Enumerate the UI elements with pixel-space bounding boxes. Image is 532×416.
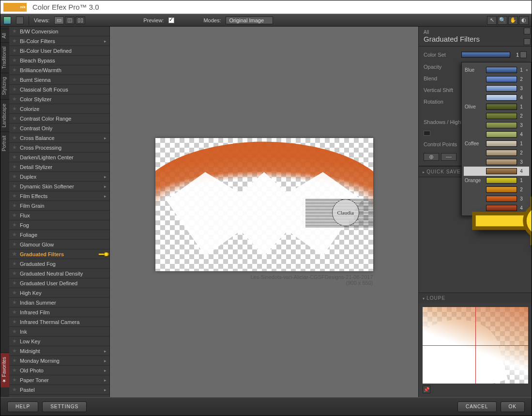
star-icon[interactable]: ★ [12, 290, 17, 296]
star-icon[interactable]: ★ [12, 357, 17, 364]
view-split-button[interactable]: ◫ [65, 16, 75, 24]
filter-item[interactable]: ★B/W Conversion [9, 27, 109, 36]
filter-icon[interactable] [16, 16, 24, 24]
star-icon[interactable]: ★ [12, 47, 17, 54]
colorset-option[interactable]: 4 [464, 93, 529, 102]
filter-item[interactable]: ★Darken/Lighten Center [9, 153, 109, 162]
filter-item[interactable]: ★Detail Stylizer [9, 162, 109, 172]
colorset-option[interactable]: Orange1 [464, 176, 529, 185]
filter-item[interactable]: ★Flux [9, 211, 109, 220]
star-icon[interactable]: ★ [12, 86, 17, 92]
browser-icon[interactable] [3, 16, 11, 24]
star-icon[interactable]: ★ [12, 57, 17, 63]
category-tab-landscape[interactable]: Landscape [0, 99, 9, 131]
colorset-option[interactable]: 2 [464, 111, 529, 121]
star-icon[interactable]: ★ [12, 173, 17, 180]
filter-item[interactable]: ★Foliage [9, 230, 109, 240]
filter-item[interactable]: ★Graduated User Defined [9, 278, 109, 288]
category-tab-portrait[interactable]: Portrait [0, 131, 9, 155]
view-single-button[interactable]: ▭ [54, 16, 64, 24]
filter-item[interactable]: ★Bi-Color User Defined [9, 46, 109, 56]
filter-item[interactable]: ★Graduated Neutral Density [9, 269, 109, 278]
category-tab-stylizing[interactable]: Stylizing [0, 73, 9, 99]
filter-item[interactable]: ★Monday Morning▸ [9, 356, 109, 366]
star-icon[interactable]: ★ [12, 222, 17, 228]
remove-cpoint-button[interactable]: — [441, 153, 456, 161]
star-icon[interactable]: ★ [12, 183, 17, 189]
ok-button[interactable]: OK [501, 401, 525, 412]
filter-item[interactable]: ★Indian Summer [9, 298, 109, 308]
filter-item[interactable]: ★Dynamic Skin Softener▸ [9, 182, 109, 191]
star-icon[interactable]: ★ [12, 367, 17, 373]
star-icon[interactable]: ★ [12, 135, 17, 141]
star-icon[interactable]: ★ [12, 115, 17, 122]
colorset-option[interactable]: 2 [464, 75, 529, 84]
colorset-option[interactable]: 3 [464, 84, 529, 93]
filter-item[interactable]: ★Colorize [9, 104, 109, 114]
hand-tool[interactable]: ✋ [508, 16, 518, 25]
favorites-tab[interactable]: Favorites [0, 353, 9, 387]
star-icon[interactable]: ★ [12, 212, 17, 218]
filter-item[interactable]: ★Cross Balance▸ [9, 133, 109, 143]
filter-item[interactable]: ★Fog [9, 220, 109, 230]
filter-item[interactable]: ★Contrast Color Range [9, 114, 109, 123]
star-icon[interactable]: ★ [12, 164, 17, 170]
filter-item[interactable]: ★High Key [9, 288, 109, 298]
colorset-swatch[interactable] [461, 52, 510, 58]
filter-dropdown-icon[interactable] [524, 38, 531, 45]
colorset-option[interactable]: 3 [464, 121, 529, 130]
star-icon[interactable]: ★ [12, 261, 17, 267]
filter-item[interactable]: ★Old Photo▸ [9, 366, 109, 375]
star-icon[interactable]: ★ [12, 38, 17, 44]
filter-item[interactable]: ★Graduated Fog [9, 259, 109, 269]
zoom-tool[interactable]: 🔍 [498, 16, 507, 25]
category-tab-traditional[interactable]: Traditional [0, 42, 9, 73]
add-cpoint-button[interactable]: ⊕ [424, 153, 439, 161]
loupe-pin-button[interactable]: 📌 [423, 385, 430, 393]
star-icon[interactable]: ★ [12, 96, 17, 102]
star-icon[interactable]: ★ [12, 28, 17, 34]
loupe-header[interactable]: LOUPE [419, 293, 532, 303]
filter-item[interactable]: ★Pastel▸ [9, 385, 109, 395]
arrow-tool[interactable]: ↖ [487, 16, 497, 25]
star-icon[interactable]: ★ [12, 319, 17, 325]
colorset-option[interactable]: Coffee1 [464, 139, 529, 148]
loupe-image[interactable] [423, 307, 528, 384]
star-icon[interactable]: ★ [12, 106, 17, 112]
colorset-option[interactable]: 4 [464, 130, 529, 139]
filter-item[interactable]: ★Film Grain [9, 201, 109, 211]
star-icon[interactable]: ★ [12, 251, 17, 257]
filter-item[interactable]: ★Paper Toner▸ [9, 375, 109, 385]
filter-item[interactable]: ★Film Effects▸ [9, 191, 109, 201]
star-icon[interactable]: ★ [12, 338, 17, 344]
filter-item[interactable]: ★Duplex▸ [9, 172, 109, 182]
shadows-toggle[interactable] [424, 131, 430, 136]
cancel-button[interactable]: CANCEL [457, 401, 497, 412]
star-icon[interactable]: ★ [12, 193, 17, 199]
filter-item[interactable]: ★Glamour Glow [9, 240, 109, 249]
filter-item[interactable]: ★Contrast Only [9, 123, 109, 133]
colorset-option[interactable]: 2 [464, 148, 529, 157]
filter-item[interactable]: ★Bleach Bypass [9, 56, 109, 65]
preview-image[interactable]: Claudia [155, 138, 373, 271]
help-button[interactable]: HELP [7, 401, 38, 412]
filter-item[interactable]: ★Infrared Thermal Camera [9, 317, 109, 327]
star-icon[interactable]: ★ [12, 386, 17, 393]
colorset-dropdown-button[interactable] [520, 51, 527, 58]
filter-item[interactable]: ★Infrared Film [9, 308, 109, 317]
star-icon[interactable]: ★ [12, 77, 17, 83]
filter-item[interactable]: ★Cross Processing [9, 143, 109, 153]
star-icon[interactable]: ★ [12, 309, 17, 315]
colorset-option[interactable]: Blue1● [464, 65, 529, 75]
filter-item[interactable]: ★Graduated Filters▸ [9, 249, 109, 259]
filter-item[interactable]: ★Color Stylizer [9, 94, 109, 104]
filter-item[interactable]: ★Midnight▸ [9, 346, 109, 356]
filter-item[interactable]: ★Brilliance/Warmth [9, 65, 109, 75]
star-icon[interactable]: ★ [12, 280, 17, 286]
filter-item[interactable]: ★Low Key [9, 337, 109, 346]
filter-item[interactable]: ★Burnt Sienna [9, 75, 109, 85]
star-icon[interactable]: ★ [12, 299, 17, 306]
star-icon[interactable]: ★ [12, 67, 17, 73]
star-icon[interactable]: ★ [12, 377, 17, 383]
star-icon[interactable]: ★ [12, 241, 17, 247]
